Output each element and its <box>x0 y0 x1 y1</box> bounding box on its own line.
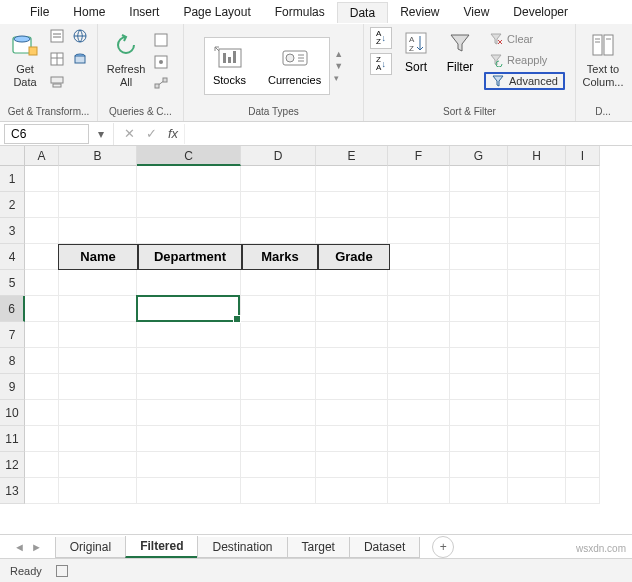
tab-developer[interactable]: Developer <box>501 2 580 22</box>
from-web-icon[interactable] <box>71 27 89 45</box>
sort-button[interactable]: AZ Sort <box>396 27 436 93</box>
macro-record-icon[interactable] <box>56 565 68 577</box>
sheet-nav: ◄ ► <box>0 541 56 553</box>
tab-insert[interactable]: Insert <box>117 2 171 22</box>
menu-bar: File Home Insert Page Layout Formulas Da… <box>0 0 632 24</box>
active-cell[interactable] <box>136 295 240 322</box>
header-name[interactable]: Name <box>58 244 138 270</box>
tab-formulas[interactable]: Formulas <box>263 2 337 22</box>
row-13[interactable]: 13 <box>0 478 25 504</box>
svg-rect-17 <box>155 84 159 88</box>
advanced-icon <box>491 74 505 88</box>
sheet-tab-original[interactable]: Original <box>55 537 126 558</box>
col-G[interactable]: G <box>450 146 508 166</box>
reapply-button[interactable]: Reapply <box>484 51 565 69</box>
group-label-tools: D... <box>582 104 624 120</box>
svg-rect-35 <box>604 35 613 55</box>
cancel-formula-icon[interactable]: ✕ <box>118 126 140 141</box>
tab-file[interactable]: File <box>18 2 61 22</box>
datatype-up-icon[interactable]: ▲ <box>334 49 343 59</box>
group-data-tools: Text to Colum... D... <box>576 24 630 121</box>
row-11[interactable]: 11 <box>0 426 25 452</box>
sheet-prev-icon[interactable]: ◄ <box>14 541 25 553</box>
queries-icon[interactable] <box>152 31 170 49</box>
row-2[interactable]: 2 <box>0 192 25 218</box>
col-B[interactable]: B <box>59 146 137 166</box>
reapply-label: Reapply <box>507 54 547 66</box>
sheet-tab-target[interactable]: Target <box>287 537 350 558</box>
properties-icon[interactable] <box>152 53 170 71</box>
header-grade[interactable]: Grade <box>318 244 390 270</box>
refresh-all-button[interactable]: Refresh All <box>104 27 148 97</box>
cells-area[interactable]: Name Department Marks Grade <box>25 166 632 516</box>
row-12[interactable]: 12 <box>0 452 25 478</box>
sort-az-button[interactable]: AZ↓ <box>370 27 392 49</box>
header-marks[interactable]: Marks <box>242 244 318 270</box>
clear-button[interactable]: Clear <box>484 30 565 48</box>
svg-point-24 <box>286 54 294 62</box>
row-5[interactable]: 5 <box>0 270 25 296</box>
group-label-queries: Queries & C... <box>104 104 177 120</box>
fx-icon[interactable]: fx <box>162 126 184 141</box>
edit-links-icon[interactable] <box>152 75 170 93</box>
from-table-icon[interactable] <box>48 50 66 68</box>
text-to-columns-button[interactable]: Text to Colum... <box>582 27 624 97</box>
sheet-tab-dataset[interactable]: Dataset <box>349 537 420 558</box>
col-D[interactable]: D <box>241 146 316 166</box>
svg-rect-12 <box>51 77 63 83</box>
filter-button[interactable]: Filter <box>440 27 480 93</box>
sort-label: Sort <box>405 60 427 74</box>
reapply-icon <box>489 53 503 67</box>
row-6[interactable]: 6 <box>0 296 25 322</box>
name-box[interactable]: C6 <box>4 124 89 144</box>
col-E[interactable]: E <box>316 146 388 166</box>
spreadsheet-grid: A B C D E F G H I 1 2 3 4 5 6 7 8 9 10 1… <box>0 146 632 516</box>
row-10[interactable]: 10 <box>0 400 25 426</box>
filter-label: Filter <box>447 60 474 74</box>
row-9[interactable]: 9 <box>0 374 25 400</box>
watermark: wsxdn.com <box>576 543 626 554</box>
row-4[interactable]: 4 <box>0 244 25 270</box>
col-C[interactable]: C <box>137 146 241 166</box>
tab-review[interactable]: Review <box>388 2 451 22</box>
col-F[interactable]: F <box>388 146 450 166</box>
row-7[interactable]: 7 <box>0 322 25 348</box>
get-data-small-icons <box>48 27 91 93</box>
select-all-corner[interactable] <box>0 146 25 166</box>
header-department[interactable]: Department <box>138 244 242 270</box>
tab-home[interactable]: Home <box>61 2 117 22</box>
data-header-row: Name Department Marks Grade <box>58 244 390 270</box>
sheet-next-icon[interactable]: ► <box>31 541 42 553</box>
group-label-get-transform: Get & Transform... <box>6 104 91 120</box>
stocks-button[interactable]: Stocks <box>213 45 246 86</box>
existing-conn-icon[interactable] <box>48 73 66 91</box>
namebox-dropdown-icon[interactable]: ▾ <box>93 127 109 141</box>
row-3[interactable]: 3 <box>0 218 25 244</box>
refresh-icon <box>110 29 142 61</box>
sheet-tab-destination[interactable]: Destination <box>197 537 287 558</box>
get-data-button[interactable]: Get Data <box>6 27 44 97</box>
svg-point-16 <box>159 60 163 64</box>
row-headers: 1 2 3 4 5 6 7 8 9 10 11 12 13 <box>0 166 25 504</box>
column-headers: A B C D E F G H I <box>0 146 632 166</box>
sheet-tab-filtered[interactable]: Filtered <box>125 536 198 558</box>
datatype-expand-icon[interactable]: ▾ <box>334 73 343 83</box>
row-8[interactable]: 8 <box>0 348 25 374</box>
sort-za-button[interactable]: ZA↓ <box>370 53 392 75</box>
from-text-icon[interactable] <box>48 27 66 45</box>
formula-bar[interactable] <box>184 124 632 144</box>
currencies-button[interactable]: Currencies <box>268 45 321 86</box>
enter-formula-icon[interactable]: ✓ <box>140 126 162 141</box>
svg-rect-22 <box>233 51 236 63</box>
tab-data[interactable]: Data <box>337 2 388 23</box>
add-sheet-button[interactable]: + <box>432 536 454 558</box>
recent-sources-icon[interactable] <box>71 50 89 68</box>
tab-view[interactable]: View <box>452 2 502 22</box>
col-I[interactable]: I <box>566 146 600 166</box>
tab-page-layout[interactable]: Page Layout <box>171 2 262 22</box>
col-H[interactable]: H <box>508 146 566 166</box>
row-1[interactable]: 1 <box>0 166 25 192</box>
col-A[interactable]: A <box>25 146 59 166</box>
advanced-button[interactable]: Advanced <box>484 72 565 90</box>
datatype-down-icon[interactable]: ▼ <box>334 61 343 71</box>
